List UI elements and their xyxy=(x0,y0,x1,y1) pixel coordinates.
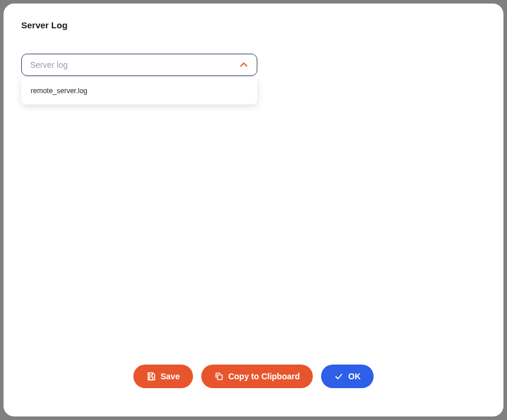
check-icon xyxy=(334,372,344,381)
copy-to-clipboard-button[interactable]: Copy to Clipboard xyxy=(201,365,313,388)
svg-rect-0 xyxy=(149,377,153,380)
server-log-dropdown: Server log remote_server.log xyxy=(21,54,257,76)
save-button-label: Save xyxy=(161,372,180,381)
dropdown-menu: remote_server.log xyxy=(21,77,257,104)
dropdown-placeholder: Server log xyxy=(30,60,68,70)
copy-button-label: Copy to Clipboard xyxy=(228,372,300,381)
button-bar: Save Copy to Clipboard OK xyxy=(21,365,486,400)
save-icon xyxy=(146,372,156,381)
ok-button-label: OK xyxy=(348,372,361,381)
save-button[interactable]: Save xyxy=(133,365,193,388)
dropdown-item[interactable]: remote_server.log xyxy=(21,81,257,101)
dropdown-trigger[interactable]: Server log xyxy=(21,54,257,76)
dialog-title: Server Log xyxy=(21,20,486,30)
ok-button[interactable]: OK xyxy=(321,365,374,388)
svg-rect-1 xyxy=(217,375,222,380)
copy-icon xyxy=(214,372,224,381)
server-log-dialog: Server Log Server log remote_server.log xyxy=(4,4,503,416)
chevron-up-icon xyxy=(239,60,248,70)
